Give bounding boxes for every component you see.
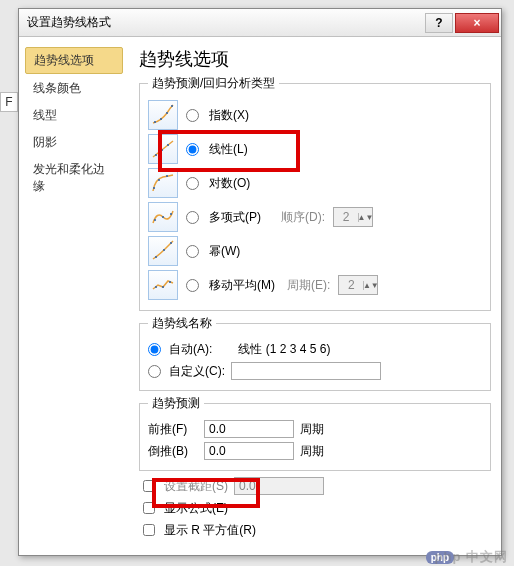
linear-label: 线性(L)	[209, 141, 248, 158]
linear-icon	[148, 134, 178, 164]
logarithmic-radio[interactable]	[186, 177, 199, 190]
dialog-title: 设置趋势线格式	[19, 14, 424, 31]
background-cell: F	[0, 92, 18, 112]
show-r2-label: 显示 R 平方值(R)	[164, 522, 256, 539]
name-auto-label: 自动(A):	[169, 341, 212, 358]
forward-label: 前推(F)	[148, 421, 198, 438]
svg-point-16	[170, 242, 172, 244]
svg-point-1	[160, 118, 162, 120]
sidebar-item-line-style[interactable]: 线型	[25, 103, 123, 128]
polynomial-icon	[148, 202, 178, 232]
titlebar: 设置趋势线格式 ? ×	[19, 9, 501, 37]
trend-type-legend: 趋势预测/回归分析类型	[148, 75, 279, 92]
moving-avg-icon	[148, 270, 178, 300]
svg-point-12	[162, 216, 164, 218]
svg-point-11	[154, 219, 156, 221]
panel-heading: 趋势线选项	[139, 47, 491, 71]
name-legend: 趋势线名称	[148, 315, 216, 332]
backward-label: 倒推(B)	[148, 443, 198, 460]
sidebar-item-line-color[interactable]: 线条颜色	[25, 76, 123, 101]
period-label: 周期(E):	[287, 277, 330, 294]
power-radio[interactable]	[186, 245, 199, 258]
close-button[interactable]: ×	[455, 13, 499, 33]
name-custom-input[interactable]	[231, 362, 381, 380]
polynomial-label: 多项式(P)	[209, 209, 261, 226]
backward-input[interactable]	[204, 442, 294, 460]
svg-point-18	[162, 286, 164, 288]
svg-point-8	[153, 187, 155, 189]
exponential-icon	[148, 100, 178, 130]
power-label: 幂(W)	[209, 243, 240, 260]
svg-point-2	[166, 112, 168, 114]
show-equation-checkbox[interactable]	[143, 502, 155, 514]
sidebar-item-shadow[interactable]: 阴影	[25, 130, 123, 155]
set-intercept-checkbox[interactable]	[143, 480, 155, 492]
svg-point-9	[158, 179, 160, 181]
name-auto-radio[interactable]	[148, 343, 161, 356]
svg-point-19	[169, 281, 171, 283]
moving-avg-radio[interactable]	[186, 279, 199, 292]
forward-input[interactable]	[204, 420, 294, 438]
backward-unit: 周期	[300, 443, 324, 460]
trendline-name-group: 趋势线名称 自动(A): 线性 (1 2 3 4 5 6) 自定义(C):	[139, 315, 491, 391]
forward-unit: 周期	[300, 421, 324, 438]
svg-point-13	[170, 213, 172, 215]
exponential-radio[interactable]	[186, 109, 199, 122]
svg-point-3	[171, 105, 173, 107]
format-trendline-dialog: 设置趋势线格式 ? × 趋势线选项 线条颜色 线型 阴影 发光和柔化边缘 趋势线…	[18, 8, 502, 556]
set-intercept-label: 设置截距(S)	[164, 478, 228, 495]
order-spinner[interactable]: 2▲▼	[333, 207, 373, 227]
svg-point-7	[167, 144, 169, 146]
power-icon	[148, 236, 178, 266]
logarithmic-label: 对数(O)	[209, 175, 250, 192]
svg-point-14	[155, 256, 157, 258]
sidebar-item-glow[interactable]: 发光和柔化边缘	[25, 157, 123, 199]
trend-type-group: 趋势预测/回归分析类型 指数(X) 线性(L) 对数(O)	[139, 75, 491, 311]
show-equation-label: 显示公式(E)	[164, 500, 228, 517]
help-button[interactable]: ?	[425, 13, 453, 33]
svg-point-10	[166, 175, 168, 177]
sidebar-item-trendline-options[interactable]: 趋势线选项	[25, 47, 123, 74]
forecast-group: 趋势预测 前推(F) 周期 倒推(B) 周期	[139, 395, 491, 471]
forecast-legend: 趋势预测	[148, 395, 204, 412]
svg-point-0	[154, 121, 156, 123]
linear-radio[interactable]	[186, 143, 199, 156]
svg-point-17	[155, 286, 157, 288]
svg-point-6	[161, 149, 163, 151]
name-auto-value: 线性 (1 2 3 4 5 6)	[238, 341, 330, 358]
main-panel: 趋势线选项 趋势预测/回归分析类型 指数(X) 线性(L) 对数(O)	[129, 37, 501, 555]
sidebar: 趋势线选项 线条颜色 线型 阴影 发光和柔化边缘	[19, 37, 129, 555]
watermark: php 中文网	[435, 548, 508, 566]
svg-point-15	[163, 249, 165, 251]
logarithmic-icon	[148, 168, 178, 198]
show-r2-checkbox[interactable]	[143, 524, 155, 536]
name-custom-radio[interactable]	[148, 365, 161, 378]
intercept-input	[234, 477, 324, 495]
exponential-label: 指数(X)	[209, 107, 249, 124]
svg-point-5	[155, 154, 157, 156]
period-spinner[interactable]: 2▲▼	[338, 275, 378, 295]
moving-avg-label: 移动平均(M)	[209, 277, 275, 294]
order-label: 顺序(D):	[281, 209, 325, 226]
polynomial-radio[interactable]	[186, 211, 199, 224]
name-custom-label: 自定义(C):	[169, 363, 225, 380]
